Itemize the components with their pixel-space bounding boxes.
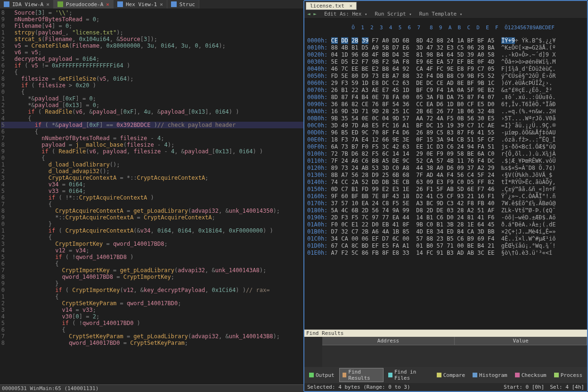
code-line[interactable]: 0 {: [1, 155, 303, 161]
code-line[interactable]: 8 qword_140017BD0 = CryptSetKeyParam;: [1, 340, 303, 346]
btab-output[interactable]: Output: [306, 368, 337, 382]
code-line[interactable]: 9 if ( filesize > 0x20 ): [1, 82, 303, 89]
hex-row[interactable]: 0190h: 2D F3 F5 7C 97 77 EA 44 14 B1 C6 …: [307, 214, 584, 221]
hex-row[interactable]: 0130h: 8B A7 56 28 D9 25 6B 68 7F AD 4A …: [307, 172, 584, 179]
hex-row[interactable]: 01C0h: 34 CA 00 06 EF D7 6C 00 57 88 23 …: [307, 235, 584, 242]
hex-row[interactable]: 01A0h: F0 0C E1 22 D0 EB 41 8F 9B C0 B1 …: [307, 221, 584, 228]
code-line[interactable]: 7 CryptSetKeyParam = get_pLoadLibrary(ad…: [1, 333, 303, 340]
code-line[interactable]: 8 payload = j__malloc_base(filesize - 4)…: [1, 142, 303, 148]
code-line[interactable]: 4 v30[0] = 2;: [1, 313, 303, 320]
code-line[interactable]: 1 if ( CryptAcquireContextA(&v34, 0i64, …: [1, 227, 303, 234]
hex-row[interactable]: 00E0h: 18 F3 7A E4 12 66 9E 3E 0F 15 3A …: [307, 136, 584, 143]
hex-row[interactable]: 0020h: 04 1D 96 6B 4F BB D4 3E 81 98 B4 …: [307, 51, 584, 58]
hex-row[interactable]: 0150h: 0D C7 B1 FD 99 E2 E3 1E 26 F1 5F …: [307, 186, 584, 193]
code-line[interactable]: 6 {: [1, 128, 303, 135]
code-line[interactable]: 3 if ( ReadFile(v6, &payload_[0xF], 4u, …: [1, 108, 303, 115]
hex-row[interactable]: 00F0h: 6A 73 B7 F0 F5 3C 42 63 EE 1C D3 …: [307, 143, 584, 150]
code-line[interactable]: 9 if ( ReadFile(v6, payload, filesize - …: [1, 148, 303, 155]
code-line[interactable]: 0 if ( CryptImportKey(v12, &key_decryptP…: [1, 287, 303, 293]
code-line[interactable]: 8 qword_140017BD8 = CryptImportKey;: [1, 274, 303, 280]
close-icon[interactable]: ×: [46, 1, 49, 8]
hex-row[interactable]: 0080h: 8D 87 F4 B4 0E 78 FA 00 05 3A FB …: [307, 94, 584, 101]
hex-row[interactable]: 0160h: 9F 60 BF BB 7E 8F 43 18 D2 41 C5 …: [307, 193, 584, 200]
code-line[interactable]: 1 strcpy(payload_, "license.txt");: [1, 29, 303, 36]
code-line[interactable]: 1 {: [1, 293, 303, 300]
code-line[interactable]: 5 if ( !qword_140017BD8 ): [1, 254, 303, 260]
btab-checksum[interactable]: Checksum: [512, 368, 549, 382]
close-icon[interactable]: ×: [106, 1, 109, 8]
code-line[interactable]: 7 {: [1, 69, 303, 75]
tab-ida-view-a[interactable]: IDA View-A×: [0, 0, 54, 8]
btab-find-in-files[interactable]: Find in Files: [385, 368, 432, 382]
code-line[interactable]: 2 strcat_s(Filename, 0x104ui64, &Source[…: [1, 36, 303, 42]
nav-arrows[interactable]: ◄ ►: [307, 11, 317, 17]
hex-row[interactable]: 0170h: 37 57 10 EA 24 C8 F5 5E A3 BC 9D …: [307, 200, 584, 207]
code-line[interactable]: 2 d_load_advapi32();: [1, 168, 303, 175]
code-line[interactable]: 2 *&payload_[0x13] = 0;: [1, 102, 303, 108]
hex-row[interactable]: 0100h: 72 7B D6 82 F5 6C 14 14 29 0E F9 …: [307, 150, 584, 158]
hex-row[interactable]: 01B0h: D7 32 C7 2B A6 4A 1B 85 4D E8 34 …: [307, 228, 584, 235]
code-line[interactable]: 2 CryptSetKeyParam = qword_140017BD0;: [1, 300, 303, 307]
code-line[interactable]: 4 v12 = v34;: [1, 247, 303, 254]
close-icon[interactable]: ×: [349, 3, 352, 9]
btab-histogram[interactable]: Histogram: [470, 368, 510, 382]
find-results-header[interactable]: Address Value: [322, 337, 587, 345]
btab-compare[interactable]: Compare: [434, 368, 468, 382]
edit-as-menu[interactable]: Edit As: Hex ▾: [324, 11, 368, 17]
hex-row[interactable]: 0030h: 5E D5 E2 F7 9B F2 9A F8 E9 6E EA …: [307, 58, 584, 66]
hex-row[interactable]: 01E0h: A7 F2 5C 86 FB 8F E8 33 14 FC 91 …: [307, 250, 584, 257]
hex-row[interactable]: 00C0h: 3D 49 7D A8 E5 FC 16 A1 BF DC 15 …: [307, 122, 584, 129]
hex-row[interactable]: 0040h: 46 7C EE BE E2 B8 64 92 CA 4F FC …: [307, 66, 584, 73]
code-line[interactable]: 6 if ( v5 != 0xFFFFFFFFFFFFFFFFi64 ): [1, 62, 303, 69]
hex-row[interactable]: 0060h: 29 F3 59 1D E8 DC C2 63 DE DC CE …: [307, 80, 584, 87]
hex-row[interactable]: 00A0h: 16 9D 3D 71 9D 28 25 1C 2B 6E 26 …: [307, 108, 584, 115]
tab-hex-view-1[interactable]: Hex View-1×: [114, 0, 167, 8]
code-line[interactable]: 6 if ( !*::CryptAcquireContextA ): [1, 194, 303, 201]
hex-row[interactable]: 0110h: 7F 24 A6 C6 B8 A5 DE 9C 52 CA 57 …: [307, 158, 584, 165]
code-line[interactable]: 8 filesize = GetFileSize(v5, 0i64);: [1, 75, 303, 82]
code-line[interactable]: 7 nNumberOfBytesToRead = filesize - 4;: [1, 135, 303, 142]
hex-row[interactable]: 00B0h: 9B 35 54 0E 0C 04 9D 57 AA 72 4A …: [307, 115, 584, 122]
hex-row[interactable]: 0090h: 36 86 82 CE 76 8F 54 36 CC EA D6 …: [307, 101, 584, 108]
code-line[interactable]: 4 v6 = v5;: [1, 49, 303, 56]
code-line[interactable]: 5 if ( !qword_140017BD0 ): [1, 320, 303, 326]
close-icon[interactable]: ×: [160, 1, 163, 8]
run-template-menu[interactable]: Run Template ▾: [419, 11, 463, 17]
hex-row[interactable]: 00D0h: 96 B5 ED 9C 70 8F F4 D6 26 89 C5 …: [307, 129, 584, 136]
run-script-menu[interactable]: Run Script ▾: [375, 11, 411, 17]
code-line[interactable]: 3 v14 = v33;: [1, 307, 303, 313]
code-line[interactable]: 6 {: [1, 260, 303, 267]
hex-row[interactable]: 0120h: 89 73 24 AB 53 3D C0 A8 44 38 A0 …: [307, 165, 584, 172]
hex-view[interactable]: 0000h: CE DD 2B 39 F7 A0 DD 6B 8D 42 88 …: [304, 37, 587, 329]
hex-row[interactable]: 0050h: FD 5E 80 D9 73 EB A7 88 32 F4 DB …: [307, 73, 584, 80]
code-line[interactable]: 7 {: [1, 201, 303, 208]
code-line[interactable]: 4 v34 = 0i64;: [1, 181, 303, 188]
code-line[interactable]: 9 }: [1, 280, 303, 287]
code-line[interactable]: 5 decrypted_payload = 0i64;: [1, 56, 303, 62]
code-line[interactable]: 7 CryptImportKey = get_pLoadLibrary(adva…: [1, 267, 303, 274]
tab-struc[interactable]: Struc: [167, 0, 199, 8]
code-line[interactable]: 3 CryptAcquireContextA = *::CryptAcquire…: [1, 175, 303, 181]
code-line[interactable]: 8 Source[3] = '\\';: [1, 9, 303, 16]
code-line[interactable]: 9 nNumberOfBytesToRead = 0;: [1, 16, 303, 23]
tab-pseudocode-a[interactable]: Pseudocode-A×: [54, 0, 114, 8]
hex-row[interactable]: 0070h: 26 B1 22 A3 AE E7 45 1D BF C9 F4 …: [307, 87, 584, 94]
code-line[interactable]: 4 {: [1, 115, 303, 122]
hex-row[interactable]: 0000h: CE DD 2B 39 F7 A0 DD 6B 8D 42 88 …: [307, 37, 584, 44]
pseudocode-view[interactable]: 8 Source[3] = '\\';9 nNumberOfBytesToRea…: [0, 8, 303, 384]
code-line[interactable]: 8 CryptAcquireContextA = get_pLoadLibrar…: [1, 208, 303, 214]
hex-row[interactable]: 0140h: 74 CC 2A 52 DD DB 3E CB 63 09 E3 …: [307, 179, 584, 186]
file-tab-license[interactable]: license.txt ×: [306, 2, 357, 10]
code-line[interactable]: 9 *::CryptAcquireContextA = CryptAcquire…: [1, 214, 303, 221]
btab-process[interactable]: Process: [551, 368, 585, 382]
code-line[interactable]: 5 if ( *&payload_[0xF] == 0x392BDDCE )//…: [1, 122, 303, 128]
code-line[interactable]: 0 }: [1, 221, 303, 227]
code-line[interactable]: 1 *&payload_[0xF] = 0;: [1, 95, 303, 102]
code-line[interactable]: 5 v33 = 0i64;: [1, 188, 303, 194]
hex-row[interactable]: 0010h: 88 4B B1 D5 A9 5B D7 E6 3D 47 32 …: [307, 44, 584, 51]
code-line[interactable]: 3 v5 = CreateFileA(Filename, 0x80000000,…: [1, 42, 303, 49]
code-line[interactable]: 0 {: [1, 89, 303, 95]
btab-find-results[interactable]: Find Results: [339, 368, 384, 382]
code-line[interactable]: 2 {: [1, 234, 303, 241]
code-line[interactable]: 3 CryptImportKey = qword_140017BD8;: [1, 241, 303, 247]
